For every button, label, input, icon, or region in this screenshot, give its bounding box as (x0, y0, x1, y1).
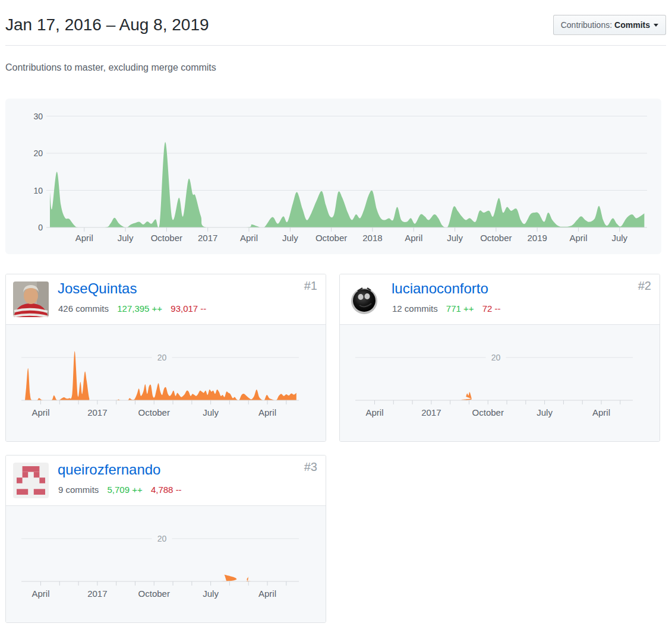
svg-text:October: October (151, 233, 182, 243)
contributor-card-1-header: JoseQuintas #1 426 commits 127,395 ++ 93… (6, 274, 326, 324)
overall-contributions-chart: 0102030AprilJulyOctober2017AprilJulyOcto… (5, 99, 661, 254)
additions-count: 771 ++ (446, 303, 474, 314)
additions-count: 5,709 ++ (108, 485, 143, 495)
svg-text:20: 20 (157, 534, 167, 543)
contributor-card-2: lucianoconforto #2 12 commits 771 ++ 72 … (339, 274, 660, 442)
svg-text:October: October (138, 407, 170, 417)
svg-text:April: April (365, 407, 383, 417)
avatar-photo-image (13, 281, 49, 317)
svg-text:October: October (472, 407, 504, 417)
contributor-cards: JoseQuintas #1 426 commits 127,395 ++ 93… (5, 274, 661, 623)
contributor-name-link[interactable]: queirozfernando (58, 461, 160, 478)
page-subtitle: Contributions to master, excluding merge… (5, 62, 666, 73)
contributor-name-link[interactable]: lucianoconforto (392, 280, 488, 297)
svg-text:April: April (405, 233, 422, 243)
contributors-page: Jan 17, 2016 – Aug 8, 2019 Contributions… (0, 0, 672, 637)
contributor-card-3-header: queirozfernando #3 9 commits 5,709 ++ 4,… (6, 455, 326, 505)
svg-text:July: July (537, 407, 553, 417)
svg-text:20: 20 (33, 148, 43, 158)
svg-text:2017: 2017 (198, 233, 217, 243)
svg-text:July: July (203, 589, 219, 599)
svg-text:2017: 2017 (87, 589, 107, 599)
svg-text:April: April (75, 233, 93, 243)
svg-text:April: April (31, 589, 49, 599)
svg-text:20: 20 (157, 353, 167, 362)
commits-count: 426 commits (58, 303, 109, 314)
contributor-commits-chart: 20April2017OctoberJulyApril (6, 506, 326, 623)
contributor-commits-chart: 20April2017OctoberJulyApril (6, 325, 326, 442)
avatar-lucianoconforto[interactable] (347, 281, 383, 317)
caret-down-icon (654, 24, 658, 27)
svg-text:2018: 2018 (362, 233, 382, 243)
commits-count: 9 commits (58, 485, 99, 495)
svg-text:2019: 2019 (527, 233, 547, 243)
contributor-card-2-header: lucianoconforto #2 12 commits 771 ++ 72 … (340, 274, 660, 324)
contributor-chart-area: 20April2017OctoberJulyApril (340, 324, 660, 441)
avatar-identicon-image (13, 463, 49, 498)
filter-selected-value: Commits (614, 20, 650, 30)
filter-prefix-label: Contributions: (561, 20, 612, 30)
svg-text:October: October (138, 589, 170, 599)
contributions-filter-button[interactable]: Contributions: Commits (553, 15, 666, 35)
rank-badge: #3 (304, 460, 317, 474)
svg-text:April: April (258, 589, 276, 599)
additions-count: 127,395 ++ (117, 303, 162, 314)
svg-text:July: July (611, 233, 627, 243)
contributor-stats: 12 commits 771 ++ 72 -- (392, 303, 501, 314)
svg-text:October: October (316, 233, 347, 243)
avatar-smiley-image (347, 281, 383, 317)
contributor-name-link[interactable]: JoseQuintas (58, 280, 137, 297)
svg-text:10: 10 (33, 186, 43, 195)
svg-text:July: July (203, 407, 219, 417)
page-header: Jan 17, 2016 – Aug 8, 2019 Contributions… (5, 0, 666, 46)
svg-text:April: April (240, 233, 258, 243)
svg-text:20: 20 (491, 353, 501, 362)
contributor-chart-area: 20April2017OctoberJulyApril (6, 324, 326, 441)
svg-text:April: April (569, 233, 587, 243)
svg-text:2017: 2017 (87, 407, 107, 417)
svg-text:2017: 2017 (421, 407, 441, 417)
svg-text:July: July (118, 233, 134, 243)
rank-badge: #1 (304, 279, 317, 293)
svg-text:October: October (480, 233, 512, 243)
contributor-stats: 426 commits 127,395 ++ 93,017 -- (58, 303, 206, 314)
svg-text:July: July (447, 233, 463, 243)
svg-text:July: July (282, 233, 298, 243)
page-title: Jan 17, 2016 – Aug 8, 2019 (5, 15, 209, 34)
svg-text:30: 30 (33, 112, 43, 121)
contributor-card-3: queirozfernando #3 9 commits 5,709 ++ 4,… (5, 455, 326, 623)
contributor-stats: 9 commits 5,709 ++ 4,788 -- (58, 485, 182, 495)
contributor-commits-chart: 20April2017OctoberJulyApril (340, 325, 660, 442)
deletions-count: 4,788 -- (151, 485, 182, 495)
avatar-queirozfernando[interactable] (13, 463, 49, 498)
svg-text:April: April (31, 407, 49, 417)
contributor-card-1: JoseQuintas #1 426 commits 127,395 ++ 93… (5, 274, 326, 442)
deletions-count: 72 -- (482, 303, 501, 314)
commits-count: 12 commits (392, 303, 438, 314)
contributor-chart-area: 20April2017OctoberJulyApril (6, 505, 326, 622)
avatar-josequintas[interactable] (13, 281, 49, 317)
svg-text:0: 0 (38, 223, 43, 232)
deletions-count: 93,017 -- (171, 303, 206, 314)
svg-text:April: April (258, 407, 276, 417)
overall-contributions-chart-panel: 0102030AprilJulyOctober2017AprilJulyOcto… (5, 99, 661, 254)
svg-text:April: April (592, 407, 610, 417)
rank-badge: #2 (638, 279, 651, 293)
